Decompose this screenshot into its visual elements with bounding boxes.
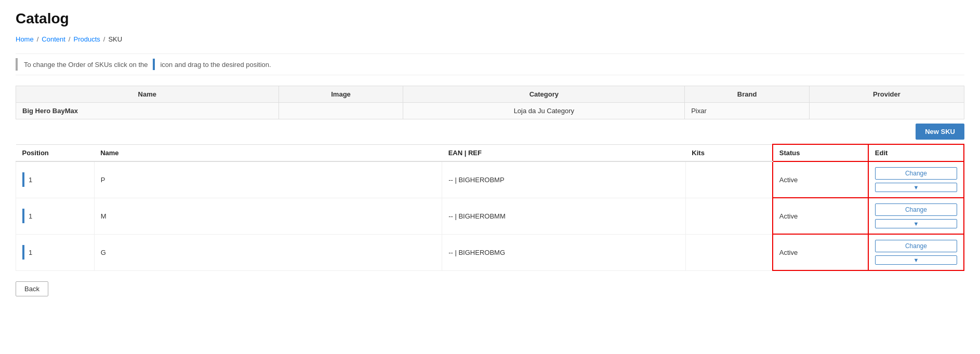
- col-header-name: Name: [16, 86, 279, 103]
- edit-cell: Change ▼: [875, 167, 957, 192]
- status-badge: Active: [779, 212, 798, 220]
- th-edit: Edit: [868, 144, 964, 161]
- drag-handle-icon[interactable]: [22, 245, 24, 260]
- breadcrumb-sep1: /: [37, 35, 39, 43]
- breadcrumb-content[interactable]: Content: [42, 35, 65, 43]
- row-ean: -- | BIGHEROBMP: [442, 161, 686, 198]
- row-position: 1: [29, 249, 32, 256]
- change-button[interactable]: Change: [875, 240, 957, 252]
- table-row: 1 G -- | BIGHEROBMG Active Change ▼: [16, 234, 964, 270]
- table-row: 1 M -- | BIGHEROBMM Active Change ▼: [16, 198, 964, 234]
- row-kits: [685, 161, 772, 198]
- row-status: Active: [773, 198, 868, 234]
- dropdown-arrow-button[interactable]: ▼: [875, 255, 957, 265]
- col-header-category: Category: [403, 86, 685, 103]
- row-kits: [685, 198, 772, 234]
- th-kits: Kits: [685, 144, 772, 161]
- info-bar: To change the Order of SKUs click on the…: [16, 53, 964, 75]
- row-ean: -- | BIGHEROBMG: [442, 234, 686, 270]
- new-sku-button[interactable]: New SKU: [916, 124, 964, 140]
- row-name: P: [94, 161, 442, 198]
- row-ean: -- | BIGHEROBMM: [442, 198, 686, 234]
- status-badge: Active: [779, 176, 798, 184]
- row-name: G: [94, 234, 442, 270]
- row-status: Active: [773, 161, 868, 198]
- row-name: M: [94, 198, 442, 234]
- drag-icon-example: [153, 59, 155, 70]
- col-header-provider: Provider: [809, 86, 964, 103]
- page-title: Catalog: [16, 10, 964, 27]
- breadcrumb-sep3: /: [103, 35, 105, 43]
- col-header-image: Image: [279, 86, 403, 103]
- row-edit-cell: Change ▼: [868, 161, 964, 198]
- dropdown-arrow-button[interactable]: ▼: [875, 219, 957, 228]
- back-area: Back: [16, 271, 964, 296]
- sku-table-wrapper: Position Name EAN | REF Kits Status Edit…: [16, 144, 964, 271]
- new-sku-area: New SKU: [16, 124, 964, 140]
- change-button[interactable]: Change: [875, 203, 957, 216]
- row-position-cell: 1: [16, 198, 95, 234]
- row-edit-cell: Change ▼: [868, 234, 964, 270]
- row-position-cell: 1: [16, 161, 95, 198]
- breadcrumb-products[interactable]: Products: [73, 35, 100, 43]
- drag-handle-icon[interactable]: [22, 172, 24, 187]
- product-name: Big Hero BayMax: [16, 103, 279, 119]
- edit-cell: Change ▼: [875, 203, 957, 228]
- breadcrumb-home[interactable]: Home: [16, 35, 34, 43]
- breadcrumb-sep2: /: [69, 35, 71, 43]
- drag-handle-icon[interactable]: [22, 209, 24, 223]
- row-edit-cell: Change ▼: [868, 198, 964, 234]
- breadcrumb: Home / Content / Products / SKU: [16, 35, 964, 43]
- edit-cell: Change ▼: [875, 240, 957, 265]
- row-position-cell: 1: [16, 234, 95, 270]
- change-button[interactable]: Change: [875, 167, 957, 180]
- product-brand: Pixar: [685, 103, 810, 119]
- row-position: 1: [29, 212, 32, 220]
- status-badge: Active: [779, 249, 798, 256]
- row-position: 1: [29, 176, 32, 184]
- info-message-part2: icon and drag to the desired position.: [160, 61, 271, 69]
- breadcrumb-sku: SKU: [108, 35, 122, 43]
- back-button[interactable]: Back: [16, 281, 48, 296]
- drag-hint-icon: [16, 58, 18, 71]
- row-status: Active: [773, 234, 868, 270]
- sku-table: Position Name EAN | REF Kits Status Edit…: [16, 144, 964, 271]
- dropdown-arrow-button[interactable]: ▼: [875, 183, 957, 192]
- product-provider: [809, 103, 964, 119]
- product-header-table: Name Image Category Brand Provider Big H…: [16, 86, 964, 119]
- product-category: Loja da Ju Category: [403, 103, 685, 119]
- row-kits: [685, 234, 772, 270]
- product-image: [279, 103, 403, 119]
- table-row: 1 P -- | BIGHEROBMP Active Change ▼: [16, 161, 964, 198]
- info-message-part1: To change the Order of SKUs click on the: [24, 61, 148, 69]
- col-header-brand: Brand: [685, 86, 810, 103]
- th-position: Position: [16, 144, 95, 161]
- th-name: Name: [94, 144, 442, 161]
- th-status: Status: [773, 144, 868, 161]
- th-ean: EAN | REF: [442, 144, 686, 161]
